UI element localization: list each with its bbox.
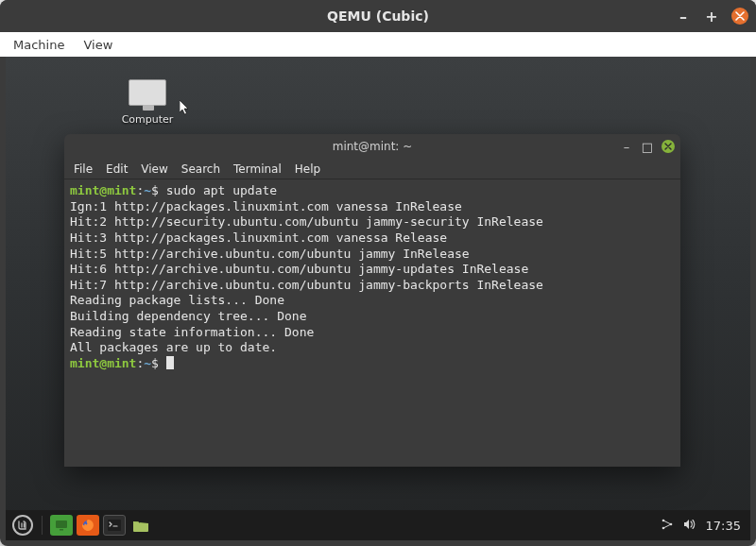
qemu-menubar: Machine View [0,32,756,57]
menu-machine[interactable]: Machine [6,36,72,54]
desktop-icon-label: Computer [117,113,178,126]
terminal-window: mint@mint: ~ – □ File Edit View Search T… [64,134,680,467]
network-icon[interactable] [661,519,674,533]
taskbar-app-terminal[interactable] [103,515,126,536]
terminal-close-button[interactable] [662,140,675,153]
menu-view[interactable]: View [76,36,120,54]
taskbar-left [6,515,152,536]
svg-rect-1 [60,529,63,531]
volume-icon[interactable] [683,519,696,533]
close-icon [735,11,745,21]
qemu-window: QEMU (Cubic) – + Machine View Computer [0,0,756,546]
taskbar-right: 17:35 [661,519,750,533]
term-menu-view[interactable]: View [135,162,173,177]
terminal-body[interactable]: mint@mint:~$ sudo apt update Ign:1 http:… [64,179,680,467]
firefox-icon [80,518,95,533]
term-menu-help[interactable]: Help [289,162,326,177]
terminal-title: mint@mint: ~ [333,140,413,153]
qemu-window-controls: – + [675,8,748,26]
terminal-titlebar[interactable]: mint@mint: ~ – □ [64,134,680,159]
close-icon [664,143,672,150]
maximize-button[interactable]: + [703,8,720,26]
mint-logo-icon [12,515,33,536]
qemu-titlebar[interactable]: QEMU (Cubic) – + [0,0,756,32]
term-menu-search[interactable]: Search [176,162,226,177]
minimize-button[interactable]: – [675,8,692,26]
close-button[interactable] [731,8,748,25]
mouse-cursor-icon [180,100,191,118]
taskbar-divider [42,516,43,535]
folder-icon [132,519,149,532]
terminal-menubar: File Edit View Search Terminal Help [64,159,680,179]
guest-desktop[interactable]: Computer mint@mint: ~ – □ [6,57,750,540]
taskbar-show-desktop[interactable] [50,515,73,536]
terminal-icon [108,520,121,531]
qemu-window-title: QEMU (Cubic) [0,9,756,24]
desktop-icon-computer[interactable]: Computer [117,79,178,126]
taskbar: 17:35 [6,510,750,540]
taskbar-menu-button[interactable] [11,515,34,536]
svg-rect-0 [56,520,67,528]
desktop-icon [55,520,68,531]
svg-rect-3 [108,520,121,531]
taskbar-clock[interactable]: 17:35 [706,519,741,533]
terminal-minimize-button[interactable]: – [620,140,633,154]
taskbar-app-files[interactable] [129,515,152,536]
computer-icon [129,79,166,106]
term-menu-file[interactable]: File [68,162,98,177]
taskbar-app-firefox[interactable] [77,515,99,536]
term-menu-terminal[interactable]: Terminal [228,162,287,177]
guest-viewport: Computer mint@mint: ~ – □ [6,57,750,540]
term-menu-edit[interactable]: Edit [100,162,133,177]
terminal-maximize-button[interactable]: □ [641,140,654,154]
terminal-window-controls: – □ [620,140,675,154]
